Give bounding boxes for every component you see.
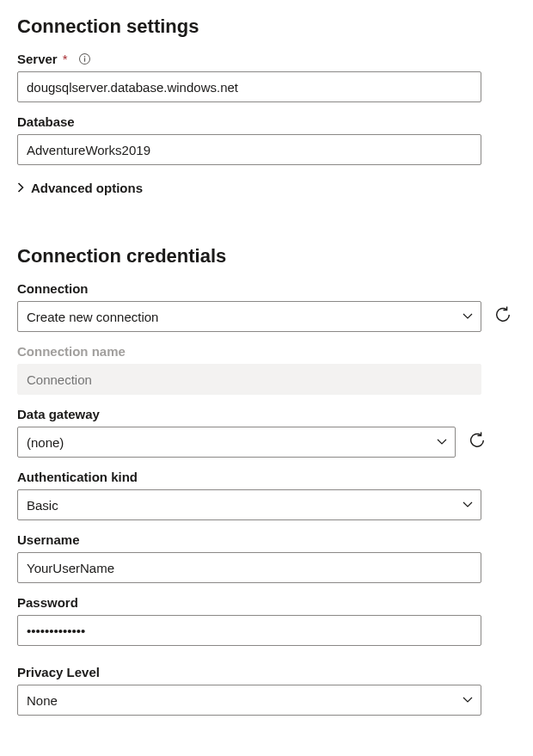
data-gateway-value: (none) [27, 435, 64, 450]
required-asterisk: * [63, 52, 68, 66]
privacy-level-value: None [27, 693, 58, 708]
password-label: Password [17, 595, 516, 610]
refresh-icon[interactable] [468, 431, 487, 453]
chevron-down-icon [436, 435, 448, 450]
connection-name-label: Connection name [17, 344, 516, 359]
authentication-kind-value: Basic [27, 498, 58, 513]
data-gateway-label: Data gateway [17, 407, 516, 421]
connection-settings-title: Connection settings [17, 15, 516, 38]
data-gateway-select[interactable]: (none) [17, 427, 456, 458]
server-input[interactable] [17, 71, 481, 102]
database-label: Database [17, 114, 516, 129]
authentication-kind-label: Authentication kind [17, 470, 516, 484]
svg-rect-2 [83, 58, 84, 61]
chevron-down-icon [462, 498, 474, 513]
connection-name-input [17, 364, 481, 395]
server-label-text: Server [17, 52, 58, 66]
username-input[interactable] [17, 552, 481, 583]
chevron-down-icon [462, 693, 474, 708]
refresh-icon[interactable] [493, 305, 512, 328]
username-label: Username [17, 532, 516, 547]
connection-select[interactable]: Create new connection [17, 301, 481, 332]
info-icon[interactable] [78, 52, 91, 65]
connection-label: Connection [17, 281, 516, 296]
server-label: Server * [17, 52, 516, 66]
privacy-level-label: Privacy Level [17, 665, 516, 679]
advanced-options-label: Advanced options [31, 181, 143, 195]
connection-credentials-title: Connection credentials [17, 245, 516, 267]
database-input[interactable] [17, 134, 481, 165]
chevron-down-icon [462, 310, 474, 324]
connection-select-value: Create new connection [27, 310, 158, 324]
authentication-kind-select[interactable]: Basic [17, 489, 481, 520]
privacy-level-select[interactable]: None [17, 685, 481, 716]
svg-point-1 [83, 56, 85, 58]
chevron-right-icon [17, 181, 24, 195]
advanced-options-toggle[interactable]: Advanced options [17, 181, 516, 195]
password-input[interactable] [17, 615, 481, 646]
